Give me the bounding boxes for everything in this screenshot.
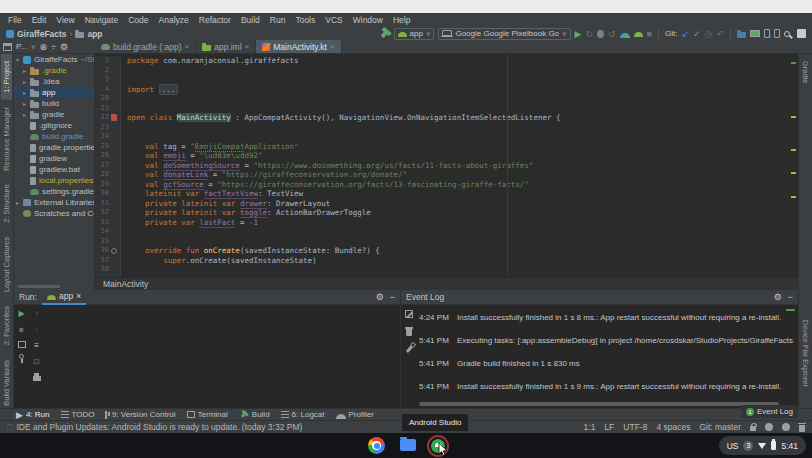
run-button[interactable]: ▶ bbox=[575, 29, 582, 39]
expand-arrow-icon[interactable]: ▸ bbox=[23, 89, 30, 96]
project-structure-icon[interactable] bbox=[797, 29, 806, 38]
gear-icon[interactable]: ⚙ bbox=[774, 292, 782, 302]
update-project-icon[interactable]: ↙ bbox=[682, 29, 690, 39]
pin-tab-icon[interactable] bbox=[19, 354, 24, 359]
scroll-to-end-icon[interactable]: □ bbox=[34, 357, 39, 367]
tree-item-settings-gradle[interactable]: settings.gradle bbox=[14, 186, 94, 197]
build-hammer-icon[interactable] bbox=[380, 29, 389, 38]
tree-item-gitignore[interactable]: .gitignore bbox=[14, 120, 94, 131]
toolwindow-stripe-device-file-explorer[interactable]: Device File Explorer bbox=[800, 313, 811, 394]
expand-arrow-icon[interactable]: ▸ bbox=[23, 67, 30, 74]
toolwindow-button-terminal[interactable]: Terminal bbox=[187, 410, 228, 420]
encoding[interactable]: UTF-8 bbox=[623, 422, 647, 432]
memory-indicator-icon[interactable] bbox=[799, 425, 805, 432]
expand-arrow-icon[interactable]: ▸ bbox=[23, 78, 30, 85]
tree-item-scratches-and-consoles[interactable]: Scratches and Consoles bbox=[14, 208, 94, 219]
toolwindow-button-todo[interactable]: TODO bbox=[61, 410, 95, 420]
toolwindow-stripe-layout-captures[interactable]: Layout Captures bbox=[1, 230, 12, 299]
indent-setting[interactable]: 4 spaces bbox=[656, 422, 690, 432]
down-stack-trace-icon[interactable]: ↓ bbox=[35, 325, 39, 335]
breadcrumb-app[interactable]: app bbox=[87, 29, 102, 39]
hide-panel-icon[interactable]: ⊗ bbox=[40, 42, 48, 52]
toolwindow-stripe-2-structure[interactable]: 2: Structure bbox=[1, 177, 12, 230]
tree-item-build[interactable]: ▸build bbox=[14, 98, 94, 109]
soft-wrap-icon[interactable]: ≡ bbox=[34, 341, 39, 351]
toolwindow-stripe-resource-manager[interactable]: Resource Manager bbox=[1, 100, 12, 178]
restore-layout-icon[interactable] bbox=[18, 341, 26, 348]
close-icon[interactable]: × bbox=[330, 42, 335, 51]
menu-analyze[interactable]: Analyze bbox=[154, 15, 194, 25]
expand-arrow-icon[interactable]: ▸ bbox=[23, 100, 30, 107]
status-message[interactable]: IDE and Plugin Updates: Android Studio i… bbox=[16, 422, 302, 432]
event-log-button[interactable]: 1 Event Log bbox=[741, 405, 798, 418]
apply-changes-icon[interactable]: ↻ bbox=[586, 29, 594, 39]
git-branch[interactable]: Git: master bbox=[699, 422, 741, 432]
line-ending[interactable]: LF bbox=[604, 422, 614, 432]
menu-build[interactable]: Build bbox=[236, 15, 265, 25]
menu-view[interactable]: View bbox=[51, 15, 79, 25]
highlighting-level-icon[interactable] bbox=[765, 423, 773, 431]
coverage-icon[interactable]: ↺ bbox=[608, 29, 616, 39]
avd-manager-icon[interactable] bbox=[764, 29, 770, 38]
breadcrumb-project[interactable]: GiraffeFacts bbox=[17, 29, 67, 39]
close-icon[interactable]: × bbox=[245, 42, 250, 51]
tree-item-giraffefacts[interactable]: ▾GiraffeFacts~/St bbox=[14, 54, 94, 65]
files-app-icon[interactable] bbox=[400, 439, 416, 451]
menu-help[interactable]: Help bbox=[388, 15, 415, 25]
tree-item-build-gradle[interactable]: build.gradle bbox=[14, 131, 94, 142]
collapse-all-icon[interactable]: ÷ bbox=[51, 42, 56, 52]
run-console-output[interactable] bbox=[44, 305, 400, 408]
tab-build-gradle[interactable]: build.gradle (:app) × bbox=[95, 40, 196, 53]
tree-item-gradlew[interactable]: gradlew bbox=[14, 153, 94, 164]
caret-position[interactable]: 1:1 bbox=[584, 422, 596, 432]
breadcrumb-class[interactable]: MainActivity bbox=[103, 279, 148, 289]
profiler-icon[interactable] bbox=[620, 33, 630, 38]
gear-icon[interactable]: ⚙ bbox=[376, 292, 384, 302]
toolwindow-stripe-1-project[interactable]: 1: Project bbox=[1, 54, 12, 100]
tree-item-gradle[interactable]: ▸.gradle bbox=[14, 65, 94, 76]
debug-icon[interactable] bbox=[597, 30, 604, 38]
minimize-icon[interactable]: − bbox=[788, 292, 793, 302]
device-select[interactable]: Google Google Pixelbook Go ▾ bbox=[438, 28, 570, 40]
minimize-icon[interactable]: − bbox=[390, 292, 395, 302]
expand-arrow-icon[interactable]: ▾ bbox=[16, 56, 23, 63]
tab-app-iml[interactable]: app.iml × bbox=[196, 40, 256, 53]
error-stripe-mark[interactable] bbox=[791, 116, 796, 118]
settings-wrench-icon[interactable] bbox=[405, 345, 412, 353]
menu-edit[interactable]: Edit bbox=[27, 15, 52, 25]
horizontal-scrollbar[interactable] bbox=[419, 402, 779, 406]
revert-icon[interactable]: ↶ bbox=[716, 29, 724, 39]
tree-item-gradle[interactable]: ▸gradle bbox=[14, 109, 94, 120]
error-stripe-mark[interactable] bbox=[791, 172, 796, 174]
menu-vcs[interactable]: VCS bbox=[320, 15, 347, 25]
tree-item-idea[interactable]: ▸.idea bbox=[14, 76, 94, 87]
project-tree-panel[interactable]: ▾GiraffeFacts~/St▸.gradle▸.idea▸app▸buil… bbox=[14, 54, 95, 290]
layout-inspector-icon[interactable] bbox=[750, 30, 760, 37]
toolwindow-stripe-build-variants[interactable]: Build Variants bbox=[1, 353, 12, 413]
tab-mainactivity[interactable]: MainActivity.kt × bbox=[256, 40, 341, 53]
toolwindow-button-profiler[interactable]: Profiler bbox=[336, 410, 374, 420]
event-log-entries[interactable]: 4:24 PMInstall successfully finished in … bbox=[419, 313, 794, 400]
search-icon[interactable] bbox=[784, 31, 790, 37]
system-tray[interactable]: US 3 5:41 bbox=[719, 436, 806, 455]
toolwindow-button-9-version-control[interactable]: 9: Version Control bbox=[105, 410, 175, 420]
tree-item-local-properties[interactable]: local.properties bbox=[14, 175, 94, 186]
device-manager-icon[interactable] bbox=[634, 32, 643, 37]
toolwindow-stripe-2-favorites[interactable]: 2: Favorites bbox=[1, 299, 12, 352]
toolwindow-button-build[interactable]: Build bbox=[239, 410, 270, 420]
toolwindow-button-4-run[interactable]: ▶4: Run bbox=[16, 410, 50, 420]
run-config-select[interactable]: app ▾ bbox=[394, 28, 435, 40]
commit-icon[interactable]: ✓ bbox=[693, 29, 701, 39]
toolwindow-button-6-logcat[interactable]: 6: Logcat bbox=[281, 410, 325, 420]
code-editor[interactable]: 1234202122232425262728293031323334353637… bbox=[95, 54, 798, 277]
run-tab-app[interactable]: app × bbox=[42, 290, 86, 305]
expand-arrow-icon[interactable]: ▸ bbox=[16, 199, 23, 206]
stop-button[interactable]: ■ bbox=[19, 325, 24, 335]
tree-item-gradle-properties[interactable]: gradle.properties bbox=[14, 142, 94, 153]
read-only-lock-icon[interactable] bbox=[750, 426, 756, 431]
gear-icon[interactable]: ⚙ bbox=[60, 42, 68, 52]
menu-navigate[interactable]: Navigate bbox=[80, 15, 124, 25]
error-stripe-mark[interactable] bbox=[791, 149, 796, 151]
expand-arrow-icon[interactable]: ▸ bbox=[23, 111, 30, 118]
sync-gradle-icon[interactable] bbox=[737, 32, 746, 38]
